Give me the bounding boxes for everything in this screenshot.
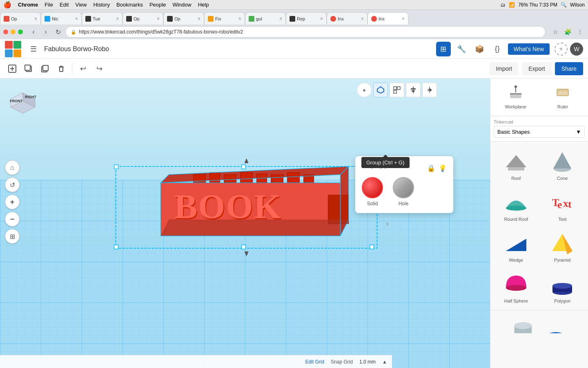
category-dropdown[interactable]: Basic Shapes ▼ (494, 126, 585, 138)
shape-item-pyramid[interactable]: Pyramid (540, 227, 585, 266)
shape-item-cylinder-partial[interactable] (508, 314, 538, 337)
project-title[interactable]: Fabulous Borwo-Robo (44, 45, 109, 53)
tab-close-8[interactable]: × (320, 16, 323, 22)
home-view-button[interactable]: ⌂ (5, 160, 20, 175)
back-button[interactable]: ‹ (28, 26, 39, 38)
tab-close-2[interactable]: × (75, 16, 78, 22)
zoom-out-button[interactable]: − (5, 212, 20, 227)
shape-item-text[interactable]: T e x t Text (540, 186, 585, 225)
group-button[interactable] (373, 83, 388, 97)
fit-view-button[interactable]: ⊞ (5, 229, 20, 244)
share-button[interactable]: Share (555, 62, 583, 75)
shape-item-wedge[interactable]: Wedge (494, 227, 539, 266)
chrome-menu-icon[interactable]: ⋮ (575, 27, 585, 37)
hole-circle[interactable] (393, 177, 414, 198)
tab-close-7[interactable]: × (279, 16, 282, 22)
address-bar[interactable]: 🔒 https://www.tinkercad.com/things/d5wk2… (65, 26, 546, 38)
simulation-button[interactable]: {} (490, 42, 505, 56)
tab-6[interactable]: Fiv × (204, 12, 245, 25)
import-button[interactable]: Import (489, 62, 519, 75)
system-status: 🗂 📶 76% Thu 7:33 PM 🔍 Wilson (501, 2, 585, 8)
shape-item-round-roof[interactable]: Round Roof (494, 186, 539, 225)
tab-1[interactable]: Op × (0, 12, 41, 25)
edit-grid-button[interactable]: Edit Grid (305, 359, 324, 365)
menu-bookmarks[interactable]: Bookmarks (116, 2, 143, 8)
codeblocks-button[interactable]: 📦 (472, 42, 487, 56)
ungroup-button[interactable] (390, 83, 404, 97)
menu-view[interactable]: View (75, 2, 87, 8)
menu-icon-button[interactable]: ☰ (26, 42, 41, 56)
tab-close-6[interactable]: × (238, 16, 241, 22)
menu-file[interactable]: File (45, 2, 53, 8)
3d-book-object[interactable]: BOOK BOOK (112, 134, 390, 266)
undo-button[interactable]: ↩ (76, 61, 90, 76)
svg-rect-22 (370, 245, 374, 249)
shape-item-cone[interactable]: Cone (540, 145, 585, 184)
minimize-window-button[interactable] (11, 29, 16, 34)
user-icon[interactable]: Wilson (570, 2, 585, 8)
scroll-right-indicator[interactable]: › (386, 219, 389, 228)
rotate-view-button[interactable]: ↺ (5, 177, 20, 192)
tab-10[interactable]: Ins × (368, 12, 408, 25)
add-profile-button[interactable]: + (555, 43, 568, 56)
svg-marker-23 (245, 158, 249, 163)
menu-window[interactable]: Window (172, 2, 191, 8)
menu-history[interactable]: History (93, 2, 109, 8)
lock-shape-icon[interactable]: 🔒 (427, 164, 435, 172)
light-shape-icon[interactable]: 💡 (439, 164, 447, 172)
cube-navigator[interactable]: FRONT RIGHT (7, 87, 39, 119)
hole-option[interactable]: Hole (393, 177, 414, 206)
tab-close-4[interactable]: × (157, 16, 160, 22)
tools-button[interactable]: 🔧 (454, 42, 469, 56)
close-window-button[interactable] (3, 29, 8, 34)
grid-view-button[interactable]: ⊞ (436, 42, 451, 56)
shape-item-torus-partial[interactable] (541, 314, 570, 337)
reload-button[interactable]: ↻ (52, 26, 64, 38)
menu-help[interactable]: Help (198, 2, 209, 8)
zoom-in-button[interactable]: + (5, 195, 20, 209)
extensions-icon[interactable]: 🧩 (563, 27, 572, 37)
delete-button[interactable] (54, 61, 69, 76)
search-icon[interactable]: 🔍 (561, 2, 567, 8)
new-shape-button[interactable] (5, 61, 20, 76)
forward-button[interactable]: › (40, 26, 51, 38)
export-button[interactable]: Export (522, 62, 551, 75)
tab-close-10[interactable]: × (402, 16, 405, 22)
tab-2[interactable]: Nic × (41, 12, 82, 25)
menu-edit[interactable]: Edit (60, 2, 69, 8)
snap-grid-value[interactable]: 1.0 mm (359, 359, 376, 365)
whats-new-button[interactable]: What's New (508, 43, 550, 55)
shape-item-polygon[interactable]: Polygon (540, 267, 585, 307)
tab-9[interactable]: Ins × (327, 12, 368, 25)
svg-text:e: e (557, 199, 562, 211)
shape-item-half-sphere[interactable]: Half Sphere (494, 267, 539, 307)
round-shape-button[interactable]: ● (357, 83, 372, 97)
tab-8[interactable]: Rep × (286, 12, 327, 25)
tab-4[interactable]: Op × (122, 12, 163, 25)
copy-button[interactable] (38, 61, 52, 76)
tab-5[interactable]: Op × (163, 12, 204, 25)
shape-item-roof[interactable]: Roof (494, 145, 539, 184)
app-name[interactable]: Chrome (18, 2, 38, 8)
tab-3[interactable]: Tue × (82, 12, 122, 25)
solid-option[interactable]: Solid (362, 177, 383, 206)
align-button[interactable] (406, 83, 421, 97)
tab-7[interactable]: gul × (245, 12, 286, 25)
menu-people[interactable]: People (149, 2, 166, 8)
snap-dropdown-icon[interactable]: ▲ (382, 359, 387, 365)
solid-circle[interactable] (362, 177, 383, 198)
duplicate-button[interactable] (21, 61, 36, 76)
bookmark-star-icon[interactable]: ☆ (550, 27, 560, 37)
tab-close-9[interactable]: × (361, 16, 364, 22)
tab-close-1[interactable]: × (34, 16, 37, 22)
3d-viewport[interactable]: FRONT RIGHT (0, 79, 490, 368)
mirror-button[interactable] (422, 83, 437, 97)
maximize-window-button[interactable] (18, 29, 23, 34)
tab-close-5[interactable]: × (198, 16, 200, 22)
tab-close-3[interactable]: × (116, 16, 119, 22)
apple-menu[interactable]: 🍎 (3, 1, 11, 9)
ruler-tool[interactable]: Ruler (541, 82, 585, 112)
workplane-tool[interactable]: Workplane (494, 82, 538, 112)
redo-button[interactable]: ↪ (92, 61, 107, 76)
profile-avatar[interactable]: W (570, 43, 583, 56)
